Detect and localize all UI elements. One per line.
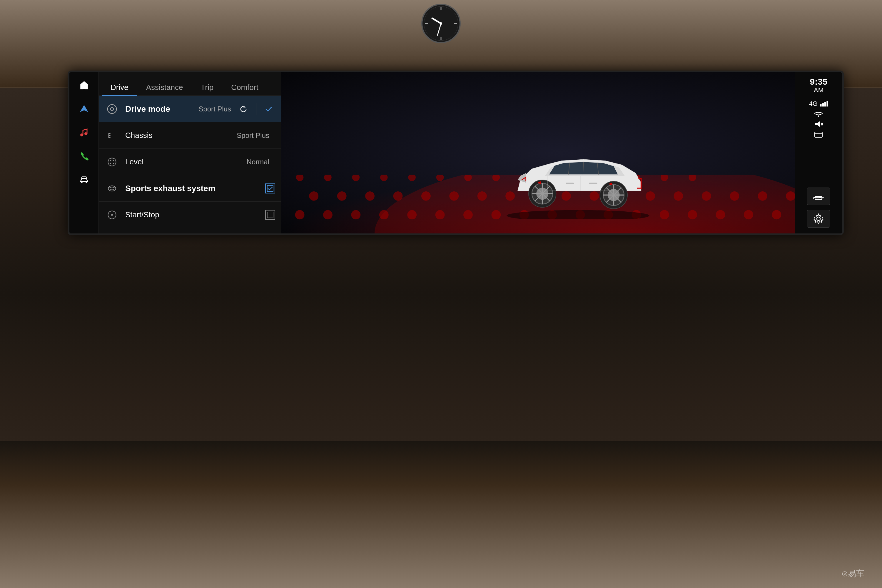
tab-drive[interactable]: Drive bbox=[102, 80, 137, 96]
start-stop-label: Start/Stop bbox=[125, 210, 265, 219]
svg-point-125 bbox=[818, 116, 819, 117]
car-camera-icon bbox=[812, 192, 825, 201]
svg-rect-120 bbox=[589, 183, 597, 184]
drive-mode-value: Sport Plus bbox=[198, 105, 231, 113]
level-item[interactable]: Level Normal bbox=[99, 149, 281, 175]
nav-navigation-button[interactable] bbox=[77, 102, 92, 116]
message-icon bbox=[814, 131, 823, 138]
chassis-icon bbox=[105, 128, 119, 143]
svg-point-75 bbox=[324, 175, 332, 181]
sports-exhaust-checkbox[interactable] bbox=[265, 183, 275, 194]
svg-point-55 bbox=[309, 191, 318, 201]
mute-status bbox=[814, 120, 823, 128]
svg-rect-122 bbox=[822, 103, 824, 106]
action-buttons bbox=[795, 188, 842, 228]
svg-rect-119 bbox=[566, 183, 574, 184]
svg-rect-124 bbox=[827, 101, 828, 107]
bottom-dashboard-trim bbox=[0, 441, 882, 588]
wifi-status bbox=[814, 111, 823, 117]
svg-rect-123 bbox=[824, 102, 826, 106]
main-content-area: Drive Assistance Trip Comfort bbox=[99, 72, 842, 233]
level-label: Level bbox=[125, 157, 247, 166]
analog-clock bbox=[420, 3, 462, 44]
controls-divider bbox=[256, 103, 256, 115]
svg-point-76 bbox=[352, 175, 360, 181]
svg-point-28 bbox=[110, 187, 114, 190]
svg-point-74 bbox=[296, 175, 303, 181]
settings-panel: Drive Assistance Trip Comfort bbox=[99, 72, 281, 233]
car-camera-button[interactable] bbox=[807, 188, 830, 205]
connectivity-status: 4G bbox=[809, 100, 828, 138]
nav-home-button[interactable] bbox=[77, 78, 92, 93]
drive-mode-confirm-button[interactable] bbox=[262, 103, 275, 116]
svg-point-37 bbox=[351, 210, 361, 220]
drive-mode-label: Drive mode bbox=[125, 104, 198, 114]
svg-point-13 bbox=[86, 181, 87, 183]
message-status bbox=[814, 131, 823, 138]
svg-point-29 bbox=[114, 186, 115, 187]
drive-mode-item[interactable]: Drive mode Sport Plus bbox=[99, 96, 281, 122]
car-display-area: // Rendered as static SVG circles bbox=[281, 72, 842, 233]
svg-rect-9 bbox=[83, 87, 85, 89]
chassis-item[interactable]: Chassis Sport Plus bbox=[99, 122, 281, 149]
speaker-mute-icon bbox=[814, 120, 823, 128]
svg-text:A: A bbox=[111, 213, 114, 217]
wifi-icon bbox=[814, 111, 823, 117]
svg-point-27 bbox=[108, 186, 116, 191]
left-navigation bbox=[69, 72, 99, 233]
start-stop-icon: A bbox=[105, 208, 119, 222]
svg-point-15 bbox=[111, 107, 114, 111]
chassis-label: Chassis bbox=[125, 131, 237, 140]
tab-assistance[interactable]: Assistance bbox=[137, 80, 192, 96]
nav-car-settings-button[interactable] bbox=[77, 172, 92, 187]
time-display: 9:35 AM bbox=[810, 77, 827, 94]
chassis-value: Sport Plus bbox=[237, 131, 269, 140]
tab-comfort[interactable]: Comfort bbox=[222, 80, 267, 96]
drive-mode-controls bbox=[237, 103, 275, 116]
signal-bars-icon bbox=[820, 101, 828, 107]
signal-label: 4G bbox=[809, 100, 818, 108]
settings-list: Drive mode Sport Plus bbox=[99, 96, 281, 228]
start-stop-checkbox[interactable] bbox=[265, 210, 275, 220]
sports-exhaust-item[interactable]: Sports exhaust system bbox=[99, 175, 281, 202]
svg-point-36 bbox=[323, 210, 333, 220]
time-ampm: AM bbox=[810, 86, 827, 94]
svg-point-35 bbox=[295, 210, 304, 220]
level-icon bbox=[105, 154, 119, 170]
svg-point-30 bbox=[110, 186, 111, 187]
svg-rect-34 bbox=[267, 212, 273, 218]
infotainment-screen: Drive Assistance Trip Comfort bbox=[68, 70, 844, 235]
sports-exhaust-label: Sports exhaust system bbox=[125, 184, 265, 193]
svg-point-12 bbox=[81, 181, 82, 183]
svg-rect-128 bbox=[814, 132, 822, 137]
car-image bbox=[496, 124, 660, 219]
signal-status: 4G bbox=[809, 100, 828, 108]
drive-mode-reset-button[interactable] bbox=[237, 103, 250, 116]
nav-media-button[interactable] bbox=[77, 125, 92, 140]
svg-point-56 bbox=[337, 191, 346, 201]
svg-point-79 bbox=[436, 175, 444, 181]
svg-point-101 bbox=[507, 210, 649, 219]
drive-mode-icon bbox=[105, 102, 119, 116]
nav-phone-button[interactable] bbox=[77, 149, 92, 164]
svg-point-77 bbox=[380, 175, 387, 181]
svg-point-8 bbox=[440, 22, 442, 25]
status-bar: 9:35 AM 4G bbox=[795, 72, 842, 233]
tab-trip[interactable]: Trip bbox=[192, 80, 222, 96]
start-stop-item[interactable]: A Start/Stop bbox=[99, 202, 281, 228]
svg-point-132 bbox=[817, 217, 820, 220]
svg-point-78 bbox=[408, 175, 416, 181]
sports-exhaust-icon bbox=[105, 181, 119, 196]
watermark: ⊙易车 bbox=[842, 568, 864, 579]
time-value: 9:35 bbox=[810, 77, 827, 86]
gear-icon bbox=[813, 213, 824, 225]
settings-button[interactable] bbox=[807, 210, 830, 228]
level-value: Normal bbox=[247, 158, 269, 166]
tab-bar: Drive Assistance Trip Comfort bbox=[99, 72, 281, 96]
svg-point-57 bbox=[365, 191, 375, 201]
svg-rect-121 bbox=[820, 104, 822, 106]
